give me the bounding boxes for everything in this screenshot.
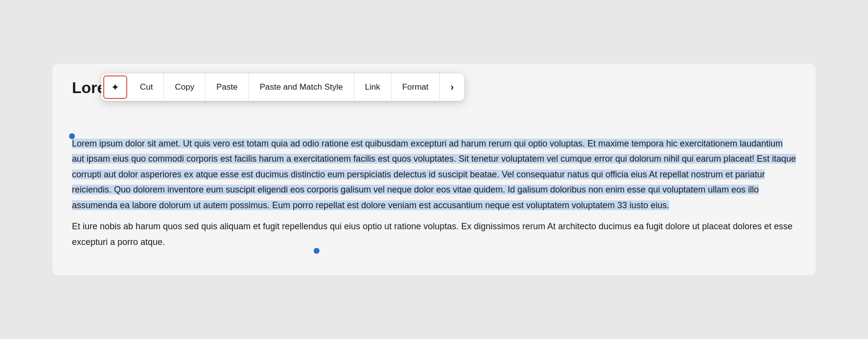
context-toolbar: ✦ Cut Copy Paste Paste and Match Style L… bbox=[101, 73, 464, 101]
paste-match-button[interactable]: Paste and Match Style bbox=[249, 73, 354, 101]
paste-button[interactable]: Paste bbox=[206, 73, 249, 101]
sparkle-icon: ✦ bbox=[111, 81, 119, 93]
selected-paragraph[interactable]: Lorem ipsum dolor sit amet. Ut quis vero… bbox=[72, 136, 796, 214]
more-button[interactable]: › bbox=[440, 73, 465, 101]
normal-paragraph: Et iure nobis ab harum quos sed quis ali… bbox=[72, 219, 796, 250]
selected-text: Lorem ipsum dolor sit amet. Ut quis vero… bbox=[72, 139, 796, 210]
text-block: Lorem ipsum dolor sit amet. Ut quis vero… bbox=[72, 136, 796, 250]
content-area: Lorem ipsum dolor sit amet. Ut quis vero… bbox=[72, 136, 796, 250]
selection-handle-top bbox=[69, 133, 75, 139]
page-container: ✦ Cut Copy Paste Paste and Match Style L… bbox=[52, 64, 816, 276]
link-button[interactable]: Link bbox=[354, 73, 391, 101]
selection-handle-bottom bbox=[314, 248, 320, 254]
ai-button[interactable]: ✦ bbox=[103, 75, 127, 99]
format-button[interactable]: Format bbox=[391, 73, 440, 101]
cut-button[interactable]: Cut bbox=[129, 73, 164, 101]
copy-button[interactable]: Copy bbox=[164, 73, 206, 101]
